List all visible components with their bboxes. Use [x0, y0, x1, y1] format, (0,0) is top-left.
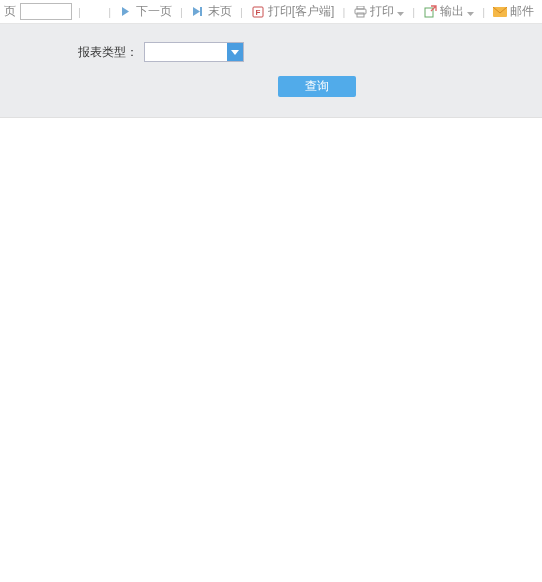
last-page-label: 末页: [208, 3, 232, 20]
mail-icon: [493, 5, 507, 19]
page-input[interactable]: [20, 3, 72, 20]
print-client-button[interactable]: F 打印[客户端]: [247, 3, 339, 20]
separator: |: [74, 6, 85, 18]
last-page-button[interactable]: 末页: [187, 3, 236, 20]
chevron-down-icon: [231, 50, 239, 55]
separator: |: [104, 6, 115, 18]
combo-dropdown-button[interactable]: [227, 43, 243, 61]
separator: |: [338, 6, 349, 18]
mail-button[interactable]: 邮件: [489, 3, 538, 20]
play-end-icon: [191, 5, 205, 19]
separator: |: [236, 6, 247, 18]
play-icon: [119, 5, 133, 19]
mail-label: 邮件: [510, 3, 534, 20]
button-row: 查询: [0, 76, 542, 97]
toolbar: 页 | | 下一页 | 末页 | F 打印[客户端] | 打印 |: [0, 0, 542, 24]
report-type-label: 报表类型：: [78, 44, 138, 61]
report-type-input[interactable]: [145, 43, 227, 61]
svg-text:F: F: [255, 8, 260, 17]
filter-area: 报表类型： 查询: [0, 24, 542, 118]
svg-rect-0: [200, 7, 202, 16]
export-icon: [423, 5, 437, 19]
print-client-label: 打印[客户端]: [268, 3, 335, 20]
separator: |: [176, 6, 187, 18]
export-button[interactable]: 输出: [419, 3, 478, 20]
separator: |: [478, 6, 489, 18]
printer-icon: [353, 5, 367, 19]
separator: |: [408, 6, 419, 18]
print-button[interactable]: 打印: [349, 3, 408, 20]
flash-icon: F: [251, 5, 265, 19]
chevron-down-icon: [467, 5, 474, 19]
page-label-fragment: 页: [4, 3, 18, 20]
filter-row: 报表类型：: [0, 42, 542, 62]
next-page-button[interactable]: 下一页: [115, 3, 176, 20]
next-page-label: 下一页: [136, 3, 172, 20]
query-button[interactable]: 查询: [278, 76, 356, 97]
print-label: 打印: [370, 3, 394, 20]
query-button-label: 查询: [305, 78, 329, 95]
report-type-combo[interactable]: [144, 42, 244, 62]
export-label: 输出: [440, 3, 464, 20]
chevron-down-icon: [397, 5, 404, 19]
